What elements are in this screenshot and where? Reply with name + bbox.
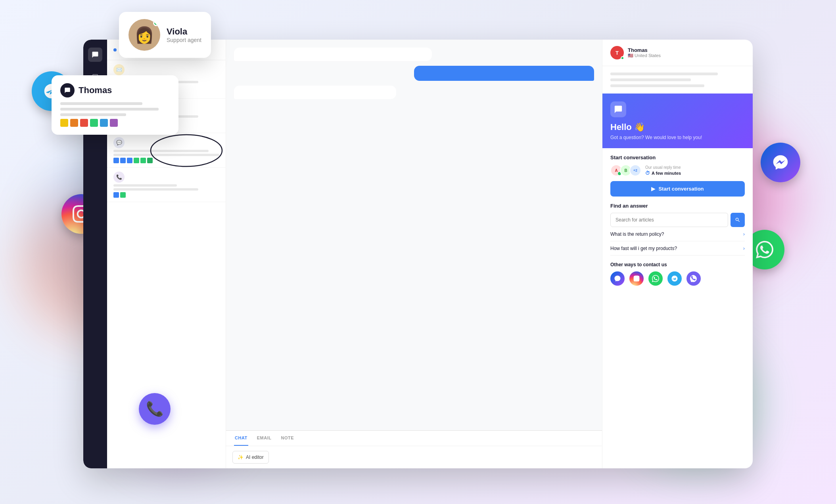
viola-info: Viola Support agent xyxy=(167,27,201,43)
customer-info-lines xyxy=(602,66,753,94)
agent-count-badge: +2 xyxy=(629,164,641,176)
agents-row: A B +2 Our usual reply time ⏱ A few minu… xyxy=(610,164,745,176)
viola-name: Viola xyxy=(167,27,201,37)
viola-avatar: 👩 xyxy=(128,19,160,51)
contact-viber[interactable] xyxy=(686,271,701,286)
viola-role: Support agent xyxy=(167,37,201,43)
tab-note[interactable]: NOTE xyxy=(280,431,295,446)
chat-incoming-2 xyxy=(234,86,396,99)
chat-tabs-bar: CHAT EMAIL NOTE xyxy=(226,430,602,446)
contact-channels-row xyxy=(610,271,745,286)
widget-header: Hello 👋 Got a question? We would love to… xyxy=(602,94,753,148)
contact-messenger[interactable] xyxy=(610,271,625,286)
widget-panel: T Thomas 🇺🇸 United States xyxy=(602,40,753,468)
chat-outgoing-1 xyxy=(414,66,594,81)
inbox-item-3-colors xyxy=(113,158,219,163)
article-search-input[interactable] xyxy=(610,213,728,227)
thomas-card-content-lines xyxy=(60,102,170,116)
tab-email[interactable]: EMAIL xyxy=(256,431,272,446)
customer-flag: 🇺🇸 xyxy=(628,53,633,58)
thomas-card: Thomas xyxy=(52,75,178,135)
widget-chat-icon xyxy=(610,101,626,117)
faq-question-1: What is the return policy? xyxy=(610,231,664,237)
start-conversation-button[interactable]: ▶ Start conversation xyxy=(610,181,745,197)
inbox-item-3[interactable]: 💬 xyxy=(107,133,226,168)
info-line-2 xyxy=(610,78,691,81)
reply-label: Our usual reply time xyxy=(645,165,681,170)
app-window: All incoming ✉️ xyxy=(83,40,753,468)
customer-country: United States xyxy=(635,53,661,58)
find-answer-section: Find an answer What is the return policy… xyxy=(610,203,745,256)
start-conversation-section: Start conversation A B +2 Our usual repl… xyxy=(610,155,745,197)
start-conversation-title: Start conversation xyxy=(610,155,745,160)
viola-card: 👩 Viola Support agent xyxy=(119,12,211,58)
customer-location: 🇺🇸 United States xyxy=(628,53,661,58)
messenger-icon xyxy=(761,143,800,182)
thomas-channel-icon xyxy=(60,83,75,97)
faq-chevron-1: › xyxy=(743,231,745,237)
inbox-item-1-icon: ✉️ xyxy=(113,64,125,75)
ai-editor-label: AI editor xyxy=(246,454,264,460)
contact-telegram[interactable] xyxy=(667,271,682,286)
faq-item-1[interactable]: What is the return policy? › xyxy=(610,227,745,241)
viber-phone-icon: 📞 xyxy=(139,393,171,425)
customer-online-dot xyxy=(621,56,624,60)
reply-time-value: ⏱ A few minutes xyxy=(645,170,681,176)
contact-instagram[interactable] xyxy=(629,271,644,286)
thomas-name: Thomas xyxy=(79,85,112,95)
chat-input-area: ✨ AI editor xyxy=(226,446,602,468)
widget-greeting: Hello 👋 xyxy=(610,122,745,132)
send-arrow-icon: ▶ xyxy=(651,186,655,192)
ai-editor-button[interactable]: ✨ AI editor xyxy=(232,451,269,464)
app-chat-area: CHAT EMAIL NOTE ✨ AI editor xyxy=(226,40,602,468)
article-search-button[interactable] xyxy=(731,213,745,227)
faq-chevron-2: › xyxy=(743,245,745,251)
inbox-active-dot xyxy=(113,48,117,52)
widget-content-area: Hello 👋 Got a question? We would love to… xyxy=(602,94,753,468)
inbox-item-4-colors xyxy=(113,192,219,198)
info-line-3 xyxy=(610,84,704,87)
customer-avatar: T xyxy=(610,46,624,59)
tab-chat[interactable]: CHAT xyxy=(234,431,248,446)
find-answer-title: Find an answer xyxy=(610,203,745,209)
reply-time-info: Our usual reply time ⏱ A few minutes xyxy=(645,165,681,176)
start-btn-label: Start conversation xyxy=(658,186,704,192)
customer-details: Thomas 🇺🇸 United States xyxy=(628,47,661,58)
nav-chat[interactable] xyxy=(88,48,102,62)
info-line-1 xyxy=(610,73,718,75)
search-row xyxy=(610,213,745,227)
widget-scrollable-content: Start conversation A B +2 Our usual repl… xyxy=(602,148,753,468)
customer-name: Thomas xyxy=(628,47,661,53)
inbox-item-4[interactable]: 📞 xyxy=(107,168,226,202)
inbox-item-3-lines xyxy=(113,150,219,156)
agent-avatars-group: A B +2 xyxy=(610,164,641,176)
thomas-card-color-tags xyxy=(60,119,170,127)
faq-item-2[interactable]: How fast will i get my products? › xyxy=(610,241,745,256)
contact-whatsapp[interactable] xyxy=(648,271,663,286)
sparkle-icon: ✨ xyxy=(238,454,244,460)
customer-initial: T xyxy=(615,50,619,56)
inbox-item-3-icon: 💬 xyxy=(113,137,125,148)
other-contact-section: Other ways to contact us xyxy=(610,262,745,286)
chat-incoming-1 xyxy=(234,48,432,61)
widget-subtitle: Got a question? We would love to help yo… xyxy=(610,135,745,140)
chat-messages-area xyxy=(226,40,602,430)
clock-icon: ⏱ xyxy=(645,170,650,176)
inbox-item-4-lines xyxy=(113,184,219,191)
faq-question-2: How fast will i get my products? xyxy=(610,246,677,251)
customer-info-header: T Thomas 🇺🇸 United States xyxy=(602,40,753,66)
other-ways-title: Other ways to contact us xyxy=(610,262,745,267)
inbox-item-4-icon: 📞 xyxy=(113,172,125,183)
thomas-card-header: Thomas xyxy=(60,83,170,97)
viola-online-dot xyxy=(153,20,159,26)
reply-time-text: A few minutes xyxy=(652,171,681,176)
